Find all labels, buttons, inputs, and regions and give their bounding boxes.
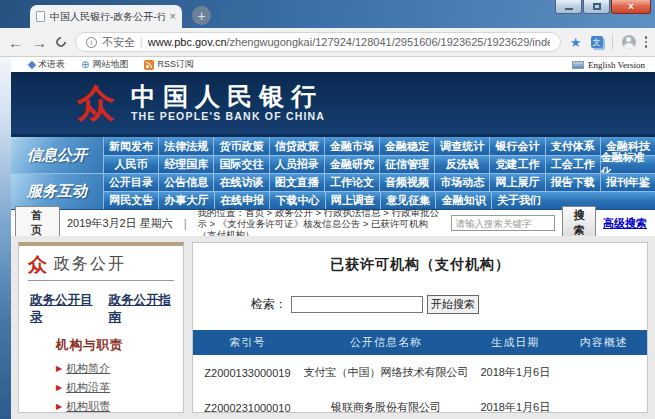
column-header: 公开信息名称	[302, 330, 470, 355]
page-title: 已获许可机构（支付机构）	[193, 256, 647, 274]
nav-item[interactable]: 党建工作	[489, 155, 544, 173]
nav-item[interactable]: 关于我们	[491, 191, 546, 209]
url-path: /zhengwugongkai/127924/128041/2951606/19…	[227, 36, 550, 48]
nav-item[interactable]: 工作论文	[324, 173, 379, 191]
sidebar-main-links: 政务公开目录 政务公开指南	[30, 292, 174, 326]
close-button[interactable]: ×	[611, 0, 651, 14]
site-search-button[interactable]: 搜索	[562, 206, 596, 240]
nav-item[interactable]: 工会工作	[545, 155, 600, 173]
address-bar[interactable]: i 不安全 | www.pbc.gov.cn/zhengwugongkai/12…	[75, 32, 561, 52]
nav-item[interactable]: 金融稳定	[379, 137, 434, 155]
nav-group-label[interactable]: 服务互动	[11, 173, 103, 209]
content-area: 众 政务公开 政务公开目录 政务公开指南 机构与职责▶机构简介▶机构沿革▶机构职…	[11, 236, 655, 419]
pbc-logo-icon: 众	[77, 84, 115, 122]
results-table: 索引号公开信息名称生成日期内容概述 Z2000133000019支付宝（中国）网…	[193, 330, 647, 413]
nav-item[interactable]: 新闻发布	[103, 137, 158, 155]
nav-item[interactable]: 信贷政策	[269, 137, 324, 155]
pbc-logo-small-icon: 众	[28, 255, 47, 274]
nav-item[interactable]: 经理国库	[158, 155, 213, 173]
nav-item[interactable]: 银行会计	[489, 137, 544, 155]
web-page: 术语表 ⊕网站地图 RSS订阅 English Version 众 中国人民银行…	[0, 57, 655, 419]
favicon-document-icon	[36, 11, 45, 22]
site-header: 众 中国人民银行 THE PEOPLE'S BANK OF CHINA	[11, 72, 655, 134]
nav-item[interactable]: 报告下载	[545, 173, 600, 191]
nav-item[interactable]: 反洗钱	[434, 155, 489, 173]
sidebar-sections: 机构与职责▶机构简介▶机构沿革▶机构职责▶机构设置法规政策▶法律法规	[28, 337, 174, 419]
rss-icon	[144, 60, 154, 70]
tab-close-icon[interactable]: ×	[170, 11, 176, 22]
nav-filler	[601, 191, 655, 209]
english-version-link[interactable]: English Version	[572, 60, 645, 70]
nav-item[interactable]: 金融市场	[324, 137, 379, 155]
sidebar-link-label: 机构职责	[66, 397, 110, 416]
nav-item[interactable]: 人民币	[103, 155, 158, 173]
sitemap-link[interactable]: ⊕网站地图	[81, 58, 128, 71]
nav-item[interactable]: 金融标准化	[600, 155, 655, 173]
nav-item[interactable]: 征信管理	[379, 155, 434, 173]
nav-item[interactable]: 人员招录	[269, 155, 324, 173]
advanced-search-link[interactable]: 高级搜索	[603, 216, 647, 231]
nav-item[interactable]: 法律法规	[158, 137, 213, 155]
maximize-button[interactable]	[583, 0, 610, 14]
start-search-button[interactable]: 开始搜索	[427, 295, 479, 314]
nav-item[interactable]: 图文直播	[269, 173, 324, 191]
nav-item[interactable]: 公告信息	[158, 173, 213, 191]
nav-item[interactable]: 网上展厅	[489, 173, 544, 191]
nav-item[interactable]: 网民文告	[103, 191, 158, 209]
sidebar-link[interactable]: ▶机构沿革	[56, 378, 174, 397]
menu-dots-icon[interactable]	[645, 36, 648, 48]
nav-item[interactable]: 调查统计	[434, 137, 489, 155]
translate-icon[interactable]: 文	[591, 36, 603, 48]
main-panel: 已获许可机构（支付机构） 检索： 开始搜索 索引号公开信息名称生成日期内容概述 …	[192, 242, 648, 413]
sidebar-header: 众 政务公开	[28, 254, 174, 281]
date-cell: 2018年1月6日	[470, 390, 561, 413]
divider	[612, 34, 613, 50]
maximize-icon	[593, 3, 601, 10]
nav-item[interactable]: 国际交往	[213, 155, 268, 173]
new-tab-button[interactable]: +	[192, 6, 211, 25]
table-row: Z2000231000010银联商务股份有限公司2018年1月6日	[193, 390, 647, 413]
nav-item[interactable]: 货币政策	[213, 137, 268, 155]
info-name-cell[interactable]: 支付宝（中国）网络技术有限公司	[302, 355, 470, 390]
nav-item[interactable]: 市场动态	[434, 173, 489, 191]
info-icon[interactable]: i	[86, 37, 97, 48]
sidebar: 众 政务公开 政务公开目录 政务公开指南 机构与职责▶机构简介▶机构沿革▶机构职…	[18, 242, 184, 413]
nav-item[interactable]: 报刊年鉴	[600, 173, 655, 191]
retrieval-input[interactable]	[291, 296, 423, 313]
nav-item[interactable]: 公开目录	[103, 173, 158, 191]
sidebar-link[interactable]: ▶机构职责	[56, 397, 174, 416]
site-search-input[interactable]	[451, 215, 555, 231]
bank-name-en: THE PEOPLE'S BANK OF CHINA	[131, 110, 325, 122]
date-cell: 2018年1月6日	[470, 355, 561, 390]
back-icon[interactable]: ←	[8, 35, 23, 50]
minimize-button[interactable]	[555, 0, 582, 14]
disclosure-guide-link[interactable]: 政务公开指南	[109, 292, 175, 326]
english-version-label: English Version	[588, 60, 645, 70]
nav-group: 信息公开新闻发布法律法规货币政策信贷政策金融市场金融稳定调查统计银行会计支付体系…	[11, 137, 655, 173]
forward-icon[interactable]: →	[32, 35, 47, 50]
sidebar-link-label: 机构沿革	[66, 378, 110, 397]
column-header: 索引号	[193, 330, 302, 355]
nav-item[interactable]: 支付体系	[545, 137, 600, 155]
nav-item[interactable]: 金融研究	[324, 155, 379, 173]
info-name-cell[interactable]: 银联商务股份有限公司	[302, 390, 470, 413]
index-number-cell: Z2000133000019	[193, 355, 302, 390]
bullet-icon: ▶	[56, 378, 62, 397]
results-table-body: Z2000133000019支付宝（中国）网络技术有限公司2018年1月6日Z2…	[193, 355, 647, 413]
rss-link[interactable]: RSS订阅	[144, 58, 194, 71]
glossary-link[interactable]: 术语表	[29, 58, 65, 71]
reload-icon[interactable]	[54, 35, 68, 49]
browser-window: 中国人民银行-政务公开-行政执… × + × ← → i 不安全 | www.p…	[0, 0, 655, 419]
profile-icon[interactable]	[622, 35, 636, 49]
nav-group-label[interactable]: 信息公开	[11, 137, 103, 173]
disclosure-catalog-link[interactable]: 政务公开目录	[30, 292, 96, 326]
breadcrumb[interactable]: 我的位置：首页 > 政务公开 > 行政执法信息 > 行政审批公示 > 《支付业务…	[197, 207, 444, 240]
home-button[interactable]: 首 页	[15, 206, 60, 240]
nav-item[interactable]: 在线访谈	[213, 173, 268, 191]
browser-tab[interactable]: 中国人民银行-政务公开-行政执… ×	[30, 5, 182, 28]
sidebar-link-label: 机构简介	[66, 359, 110, 378]
sidebar-link[interactable]: ▶机构简介	[56, 359, 174, 378]
page-body: 术语表 ⊕网站地图 RSS订阅 English Version 众 中国人民银行…	[11, 57, 655, 419]
nav-item[interactable]: 音频视频	[379, 173, 434, 191]
bookmark-star-icon[interactable]: ★	[570, 35, 582, 50]
